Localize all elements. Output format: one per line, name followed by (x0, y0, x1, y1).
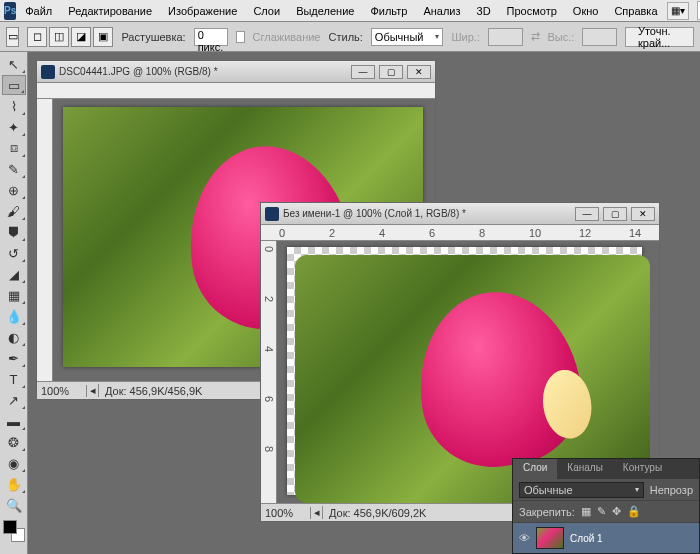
selection-intersect[interactable]: ▣ (93, 27, 113, 47)
type-tool[interactable]: T (2, 369, 26, 389)
selection-subtract[interactable]: ◪ (71, 27, 91, 47)
layer-thumbnail[interactable] (536, 527, 564, 549)
ruler-mark: 12 (579, 227, 591, 239)
current-tool-icon[interactable]: ▭ (6, 27, 19, 47)
app-logo: Ps (4, 2, 16, 20)
minimize-button[interactable]: — (351, 65, 375, 79)
maximize-button[interactable]: ▢ (379, 65, 403, 79)
feather-input[interactable]: 0 пикс. (194, 28, 229, 46)
eraser-tool[interactable]: ◢ (2, 264, 26, 284)
ruler-mark: 10 (529, 227, 541, 239)
lock-label: Закрепить: (519, 506, 575, 518)
ruler-mark: 0 (279, 227, 285, 239)
crop-tool[interactable]: ⧈ (2, 138, 26, 158)
ruler-mark: 14 (629, 227, 641, 239)
ruler-mark: 4 (263, 346, 275, 352)
color-swatches[interactable] (3, 520, 25, 542)
height-label: Выс.: (548, 31, 575, 43)
layer-name[interactable]: Слой 1 (570, 533, 603, 544)
healing-tool[interactable]: ⊕ (2, 180, 26, 200)
doc2-ruler-vertical: 0 2 4 6 8 (261, 241, 277, 521)
menu-select[interactable]: Выделение (289, 3, 361, 19)
history-brush-tool[interactable]: ↺ (2, 243, 26, 263)
marquee-tool[interactable]: ▭ (2, 75, 26, 95)
ruler-mark: 6 (429, 227, 435, 239)
height-input (582, 28, 617, 46)
menu-image[interactable]: Изображение (161, 3, 244, 19)
3d-camera-tool[interactable]: ◉ (2, 453, 26, 473)
menu-layers[interactable]: Слои (246, 3, 287, 19)
feather-label: Растушевка: (121, 31, 185, 43)
menu-file[interactable]: Файл (18, 3, 59, 19)
doc-icon (265, 207, 279, 221)
close-button[interactable]: ✕ (407, 65, 431, 79)
blend-mode-value: Обычные (524, 484, 573, 496)
zoom-tool[interactable]: 🔍 (2, 495, 26, 515)
menu-window[interactable]: Окно (566, 3, 606, 19)
menu-edit[interactable]: Редактирование (61, 3, 159, 19)
brush-tool[interactable]: 🖌 (2, 201, 26, 221)
eyedropper-tool[interactable]: ✎ (2, 159, 26, 179)
options-bar: ▭ ◻ ◫ ◪ ▣ Растушевка: 0 пикс. Сглаживани… (0, 22, 700, 52)
ruler-mark: 2 (329, 227, 335, 239)
menu-view[interactable]: Просмотр (500, 3, 564, 19)
menu-filter[interactable]: Фильтр (363, 3, 414, 19)
doc2-titlebar[interactable]: Без имени-1 @ 100% (Слой 1, RGB/8) * — ▢… (261, 203, 659, 225)
maximize-button[interactable]: ▢ (603, 207, 627, 221)
doc1-titlebar[interactable]: DSC04441.JPG @ 100% (RGB/8) * — ▢ ✕ (37, 61, 435, 83)
gradient-tool[interactable]: ▦ (2, 285, 26, 305)
pen-tool[interactable]: ✒ (2, 348, 26, 368)
width-label: Шир.: (451, 31, 479, 43)
width-input (488, 28, 523, 46)
selection-new[interactable]: ◻ (27, 27, 47, 47)
style-select[interactable]: Обычный (371, 28, 444, 46)
ruler-mark: 2 (263, 296, 275, 302)
close-button[interactable]: ✕ (631, 207, 655, 221)
wand-tool[interactable]: ✦ (2, 117, 26, 137)
visibility-toggle-icon[interactable]: 👁 (519, 532, 530, 544)
toolbox: ↖ ▭ ⌇ ✦ ⧈ ✎ ⊕ 🖌 ⛊ ↺ ◢ ▦ 💧 ◐ ✒ T ↗ ▬ ❂ ◉ … (0, 52, 28, 554)
move-tool[interactable]: ↖ (2, 54, 26, 74)
workspace: ↖ ▭ ⌇ ✦ ⧈ ✎ ⊕ 🖌 ⛊ ↺ ◢ ▦ 💧 ◐ ✒ T ↗ ▬ ❂ ◉ … (0, 52, 700, 554)
path-tool[interactable]: ↗ (2, 390, 26, 410)
doc1-nav-prev[interactable]: ◂ (87, 384, 99, 397)
tab-layers[interactable]: Слои (513, 459, 557, 479)
ruler-mark: 6 (263, 396, 275, 402)
dodge-tool[interactable]: ◐ (2, 327, 26, 347)
lasso-tool[interactable]: ⌇ (2, 96, 26, 116)
blur-tool[interactable]: 💧 (2, 306, 26, 326)
minimize-button[interactable]: — (575, 207, 599, 221)
shape-tool[interactable]: ▬ (2, 411, 26, 431)
selection-add[interactable]: ◫ (49, 27, 69, 47)
antialias-checkbox[interactable] (236, 31, 244, 43)
doc2-status-zoom[interactable]: 100% (261, 507, 311, 519)
doc2-nav-prev[interactable]: ◂ (311, 506, 323, 519)
workspace-switcher[interactable]: ▦▾ (667, 2, 689, 20)
tab-paths[interactable]: Контуры (613, 459, 672, 479)
refine-edge-button[interactable]: Уточн. край... (625, 27, 694, 47)
blend-mode-select[interactable]: Обычные (519, 482, 644, 498)
opacity-label: Непрозр (650, 484, 693, 496)
stamp-tool[interactable]: ⛊ (2, 222, 26, 242)
hand-tool[interactable]: ✋ (2, 474, 26, 494)
menu-3d[interactable]: 3D (470, 3, 498, 19)
ruler-mark: 8 (479, 227, 485, 239)
doc2-title: Без имени-1 @ 100% (Слой 1, RGB/8) * (283, 208, 571, 219)
zoom-level[interactable]: 100%▾ (697, 1, 700, 20)
doc1-ruler-vertical (37, 99, 53, 399)
ruler-mark: 8 (263, 446, 275, 452)
selection-mode-group: ◻ ◫ ◪ ▣ (27, 27, 113, 47)
lock-transparency-icon[interactable]: ▦ (581, 505, 591, 518)
lock-pixels-icon[interactable]: ✎ (597, 505, 606, 518)
doc1-status-zoom[interactable]: 100% (37, 385, 87, 397)
doc2-ruler-horizontal: 0 2 4 6 8 10 12 14 (261, 225, 659, 241)
menu-help[interactable]: Справка (607, 3, 664, 19)
layer-row[interactable]: 👁 Слой 1 (513, 523, 699, 553)
tab-channels[interactable]: Каналы (557, 459, 613, 479)
lock-all-icon[interactable]: 🔒 (627, 505, 641, 518)
3d-tool[interactable]: ❂ (2, 432, 26, 452)
menu-analysis[interactable]: Анализ (416, 3, 467, 19)
antialias-label: Сглаживание (253, 31, 321, 43)
doc1-title: DSC04441.JPG @ 100% (RGB/8) * (59, 66, 347, 77)
lock-position-icon[interactable]: ✥ (612, 505, 621, 518)
